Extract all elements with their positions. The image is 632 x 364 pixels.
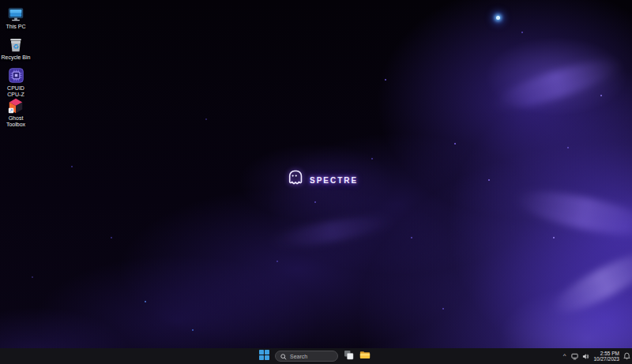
tray-time: 2:55 PM bbox=[593, 351, 619, 356]
this-pc-icon bbox=[7, 5, 25, 23]
wallpaper-spectre-logo: SPECTRE bbox=[284, 166, 356, 194]
notification-bell-icon[interactable] bbox=[623, 349, 630, 363]
ghost-icon bbox=[284, 168, 305, 192]
stars bbox=[0, 0, 2, 2]
display-icon[interactable] bbox=[571, 349, 578, 363]
svg-text:↗: ↗ bbox=[9, 108, 13, 113]
recycle-bin-icon: ♻ bbox=[7, 36, 25, 54]
taskbar-search[interactable]: Search bbox=[275, 351, 338, 362]
tray-chevron-up[interactable]: ^ bbox=[562, 353, 568, 359]
desktop-wallpaper: SPECTRE This PC ♻ Recycle Bin bbox=[0, 0, 632, 364]
taskbar-app-squares[interactable] bbox=[344, 349, 354, 363]
taskbar: Search bbox=[0, 348, 632, 364]
desktop-icon-label: This PC bbox=[1, 24, 31, 30]
desktop-icon-label: Ghost Toolbox bbox=[1, 115, 31, 128]
tray-date: 10/27/2023 bbox=[593, 356, 619, 362]
desktop-icon-this-pc[interactable]: This PC bbox=[1, 5, 31, 30]
nebula-streak bbox=[268, 210, 396, 252]
taskbar-file-explorer[interactable] bbox=[359, 349, 371, 363]
nebula-streak bbox=[489, 51, 625, 118]
tray-clock[interactable]: 2:55 PM 10/27/2023 bbox=[593, 351, 619, 362]
nebula-streak bbox=[512, 183, 632, 244]
svg-text:♻: ♻ bbox=[13, 43, 19, 51]
spectre-wordmark: SPECTRE bbox=[310, 176, 358, 185]
desktop-icon-cpu-z[interactable]: CPUID CPU-Z bbox=[1, 66, 31, 98]
cpu-z-icon bbox=[7, 66, 25, 84]
file-explorer-folder-icon bbox=[359, 349, 371, 363]
nebula-streak bbox=[545, 242, 632, 323]
desktop-icon-recycle-bin[interactable]: ♻ Recycle Bin bbox=[1, 36, 31, 61]
search-placeholder: Search bbox=[290, 354, 307, 359]
ghost-toolbox-icon: ↗ bbox=[7, 96, 25, 114]
start-button[interactable] bbox=[259, 349, 269, 363]
speaker-icon[interactable] bbox=[582, 349, 589, 363]
bright-star bbox=[496, 16, 500, 20]
overlapping-squares-icon bbox=[344, 349, 354, 363]
windows-logo-icon bbox=[259, 349, 269, 363]
search-icon bbox=[280, 349, 287, 363]
desktop-icon-label: Recycle Bin bbox=[1, 54, 31, 61]
desktop-icon-ghost-toolbox[interactable]: ↗ Ghost Toolbox bbox=[1, 96, 31, 128]
